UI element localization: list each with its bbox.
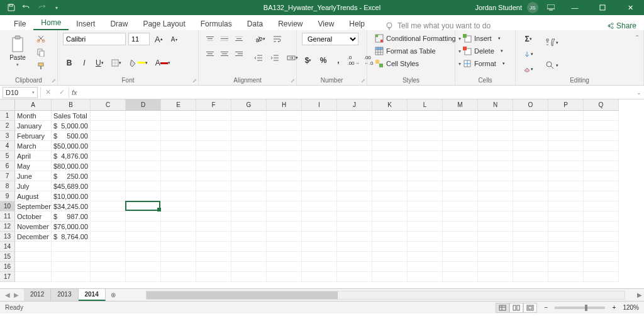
cell[interactable] — [584, 111, 619, 121]
cell[interactable] — [337, 181, 372, 191]
orientation-button[interactable]: ab▾ — [252, 33, 268, 45]
cell[interactable] — [91, 111, 126, 121]
share-button[interactable]: Share — [606, 21, 636, 30]
cell[interactable] — [372, 242, 408, 252]
cell[interactable] — [548, 131, 584, 141]
cell[interactable] — [548, 262, 584, 272]
cell[interactable]: Month — [15, 111, 52, 121]
cell[interactable] — [478, 252, 513, 262]
cell[interactable] — [161, 131, 196, 141]
cell[interactable]: February — [15, 131, 52, 141]
format-cells-button[interactable]: Format▾ — [460, 58, 508, 69]
cell[interactable] — [52, 242, 91, 252]
cell[interactable] — [443, 181, 478, 191]
cell[interactable] — [478, 181, 513, 191]
cell[interactable] — [267, 262, 302, 272]
cell[interactable]: October — [15, 212, 52, 222]
row-header[interactable]: 11 — [0, 212, 15, 222]
column-header[interactable]: D — [126, 99, 161, 111]
cell[interactable] — [408, 141, 443, 151]
normal-view-button[interactable] — [496, 303, 509, 313]
column-header[interactable]: L — [408, 99, 443, 111]
cell[interactable] — [513, 151, 548, 161]
qat-customize-icon[interactable]: ▾ — [52, 3, 62, 13]
cell[interactable] — [443, 151, 478, 161]
cell[interactable] — [267, 171, 302, 181]
tab-view[interactable]: View — [311, 17, 342, 30]
font-color-button[interactable]: A▾ — [153, 57, 173, 69]
row-header[interactable]: 9 — [0, 191, 15, 201]
cell[interactable] — [231, 252, 267, 262]
cell[interactable] — [302, 131, 337, 141]
cell[interactable] — [443, 111, 478, 121]
cell[interactable] — [91, 232, 126, 242]
cell[interactable] — [126, 121, 161, 131]
cell[interactable] — [196, 212, 231, 222]
cell[interactable] — [372, 252, 408, 262]
cell[interactable] — [196, 161, 231, 171]
cell[interactable] — [372, 201, 408, 212]
cell[interactable] — [513, 161, 548, 171]
cell[interactable] — [91, 131, 126, 141]
column-header[interactable]: H — [267, 99, 302, 111]
cell[interactable] — [443, 171, 478, 181]
horizontal-scrollbar[interactable] — [146, 291, 625, 300]
cell[interactable] — [408, 212, 443, 222]
cell[interactable]: $80,000.00 — [52, 161, 91, 171]
cell[interactable] — [372, 181, 408, 191]
cell[interactable] — [443, 131, 478, 141]
cell[interactable] — [584, 171, 619, 181]
cell[interactable] — [126, 222, 161, 232]
cell[interactable] — [126, 272, 161, 282]
cell[interactable]: $45,689.00 — [52, 181, 91, 191]
cell[interactable] — [513, 201, 548, 212]
cell[interactable] — [231, 222, 267, 232]
cell[interactable] — [408, 121, 443, 131]
cell[interactable] — [302, 121, 337, 131]
zoom-slider[interactable] — [555, 307, 605, 309]
cell[interactable] — [584, 212, 619, 222]
sort-filter-button[interactable]: ▾ — [542, 33, 561, 53]
minimize-button[interactable]: — — [564, 0, 586, 15]
cell[interactable] — [15, 252, 52, 262]
cell[interactable] — [91, 171, 126, 181]
copy-button[interactable] — [34, 47, 48, 58]
cell[interactable] — [267, 232, 302, 242]
cell[interactable] — [408, 171, 443, 181]
cell[interactable] — [337, 131, 372, 141]
redo-icon[interactable] — [36, 3, 47, 13]
cell[interactable] — [513, 232, 548, 242]
cell[interactable] — [548, 232, 584, 242]
cell[interactable] — [196, 111, 231, 121]
wrap-text-button[interactable] — [270, 33, 284, 45]
tab-file[interactable]: File — [6, 17, 33, 30]
cell[interactable] — [196, 242, 231, 252]
cell[interactable] — [513, 131, 548, 141]
cell[interactable] — [337, 222, 372, 232]
cell[interactable] — [548, 121, 584, 131]
align-right-button[interactable] — [233, 48, 245, 59]
cell[interactable] — [443, 272, 478, 282]
cell[interactable] — [302, 171, 337, 181]
cell[interactable] — [302, 222, 337, 232]
sheet-tab[interactable]: 2012 — [24, 289, 51, 301]
cell[interactable] — [15, 242, 52, 252]
format-painter-button[interactable] — [34, 60, 48, 72]
cell[interactable] — [196, 171, 231, 181]
cell[interactable] — [548, 141, 584, 151]
cell[interactable]: November — [15, 222, 52, 232]
cell[interactable] — [196, 272, 231, 282]
align-top-button[interactable] — [204, 33, 216, 44]
accounting-button[interactable]: $ ▾ — [302, 54, 314, 67]
cell[interactable] — [443, 252, 478, 262]
fill-color-button[interactable]: ▾ — [126, 57, 150, 69]
cell[interactable] — [337, 252, 372, 262]
tab-review[interactable]: Review — [270, 17, 310, 30]
cell[interactable] — [584, 242, 619, 252]
cell[interactable] — [337, 262, 372, 272]
cell[interactable] — [513, 222, 548, 232]
cell[interactable]: March — [15, 141, 52, 151]
cell[interactable] — [15, 272, 52, 282]
enter-formula-button[interactable]: ✓ — [55, 87, 69, 98]
cell[interactable] — [408, 222, 443, 232]
